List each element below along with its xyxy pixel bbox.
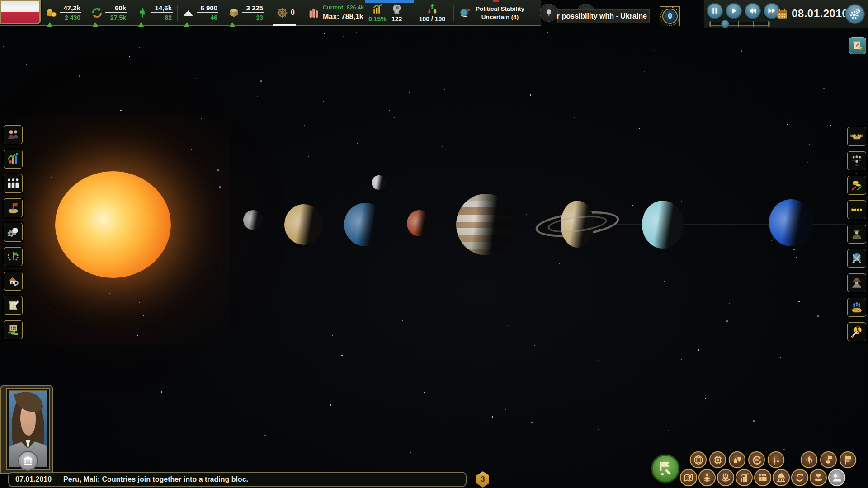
mapmode-globe-grid[interactable] [690, 451, 707, 468]
settings-button[interactable] [845, 4, 865, 24]
game-speed-slider[interactable] [709, 22, 770, 26]
manpower-current: Current: 826,4k [323, 5, 364, 12]
action-points-value: 100 / 100 [419, 15, 445, 23]
sidebar-left-population[interactable] [4, 174, 23, 193]
mapmode-map-location[interactable] [680, 469, 697, 486]
sidebar-left-claim-flag[interactable] [4, 198, 23, 217]
resource-navy[interactable]: 0 [274, 7, 297, 19]
mapmode-twin-swords[interactable] [768, 451, 784, 468]
slider-tick [753, 21, 754, 27]
divider [223, 5, 223, 21]
manpower-group[interactable]: Current: 826,4k Max: 788,1k [307, 5, 364, 21]
selected-indicator [273, 24, 296, 26]
resource-value: 60k [105, 4, 127, 13]
mapmode-trade-ring[interactable] [748, 451, 765, 468]
flag-brush-icon [656, 460, 675, 478]
planet-venus [284, 204, 323, 245]
rewind-icon [748, 6, 757, 15]
mapmode-capitol-dome[interactable] [773, 469, 790, 486]
stability-title: Political Stability [476, 5, 524, 12]
resource-goods[interactable]: 3 225 13 [228, 4, 264, 21]
sidebar-right-army-soldier[interactable] [847, 225, 866, 244]
resource-value: 14,6k [151, 4, 173, 13]
divider [86, 5, 86, 21]
divider [177, 5, 178, 21]
planet-jupiter [456, 194, 516, 255]
pause-button[interactable] [707, 3, 723, 19]
resource-money[interactable]: 47,2k 2 430 [45, 4, 81, 21]
sidebar-left-construction[interactable] [4, 272, 23, 291]
recycle-arrows-icon [91, 7, 103, 19]
research-points-group[interactable]: 122 [391, 3, 403, 23]
sidebar-right-more-dots[interactable] [847, 200, 866, 219]
divider [132, 5, 132, 21]
gold-bars-arrow-icon [372, 3, 383, 15]
resource-change: 2 430 [64, 13, 81, 21]
resource-raw-materials[interactable]: 6 900 46 [182, 4, 218, 21]
resource-recycling[interactable]: 60k 27,5k [91, 4, 127, 21]
mapmode-row-bottom [680, 469, 845, 486]
idea-lightbulb-button[interactable] [540, 4, 558, 22]
news-ticker[interactable]: 07.01.2010 Peru, Mali: Countries join to… [8, 472, 467, 487]
sidebar-right-war-globe[interactable] [847, 249, 866, 268]
mapmode-eye-power[interactable] [717, 469, 734, 486]
country-flag-poland[interactable] [0, 0, 41, 24]
planet-mercury [243, 210, 263, 230]
top-resource-bar: 47,2k 2 430 60k 27,5k 14,6k 82 6 900 46 [0, 0, 541, 26]
play-button[interactable] [726, 3, 742, 19]
sidebar-right-nuclear-missile[interactable] [847, 322, 866, 341]
planet-earth [344, 203, 387, 246]
sidebar-right-deployed-units[interactable] [847, 298, 866, 317]
objectives-button[interactable] [849, 37, 866, 54]
mapmode-people-group[interactable] [754, 469, 771, 486]
slider-tick [738, 21, 739, 27]
sidebar-right-espionage-spy[interactable] [847, 273, 866, 292]
right-sidebar [847, 127, 866, 341]
mapmode-banner-flag[interactable] [840, 451, 856, 468]
sidebar-left-laurel-flag[interactable] [4, 247, 23, 266]
alert-counter-badge[interactable]: 0 [660, 6, 680, 26]
ship-helm-icon [276, 7, 288, 19]
mapmode-chart-growth[interactable] [736, 469, 753, 486]
mapmode-puzzle-pieces[interactable] [729, 451, 745, 468]
mapmode-weather[interactable] [828, 469, 845, 486]
head-silhouette-icon [391, 3, 403, 15]
sidebar-left-ministers[interactable] [4, 125, 23, 144]
sidebar-left-economy-stats[interactable] [4, 150, 23, 169]
mapmode-flag-brush-button[interactable] [651, 455, 679, 483]
action-points-group[interactable]: 100 / 100 [419, 3, 445, 23]
sidebar-left-treasury[interactable] [4, 320, 23, 339]
lightbulb-icon [544, 8, 554, 18]
growth-group[interactable]: 0,15% [368, 3, 387, 23]
mapmode-handshake-heart[interactable] [810, 469, 827, 486]
sidebar-right-trade-coins[interactable] [847, 176, 866, 195]
trend-up-icon [138, 22, 144, 27]
sidebar-left-laws-scroll[interactable] [4, 296, 23, 315]
research-points-value: 122 [392, 15, 402, 23]
solar-system-scene [0, 0, 868, 488]
resource-value: 6 900 [197, 4, 218, 13]
progress-strip-blue [365, 0, 414, 3]
sidebar-left-research-idea[interactable] [4, 223, 23, 242]
planet-saturn [535, 198, 619, 250]
mapmode-cpu-chip[interactable] [709, 451, 726, 468]
raised-hands-icon [307, 6, 321, 19]
political-stability-group[interactable]: Political Stability Uncertain (4) [458, 5, 524, 20]
supply-crate-icon [228, 7, 240, 19]
speed-slider-handle[interactable] [721, 20, 729, 28]
resource-energy[interactable]: 14,6k 82 [137, 4, 173, 21]
trend-up-icon [47, 22, 52, 27]
divider [302, 2, 302, 23]
resource-change: 82 [164, 13, 173, 21]
divider [269, 5, 269, 21]
sidebar-right-diplomacy-handshake[interactable] [847, 127, 866, 146]
mapmode-minerals[interactable] [801, 451, 817, 468]
planet-mars [407, 210, 432, 236]
mapmode-hand-flag[interactable] [820, 451, 837, 468]
sidebar-right-delegates[interactable] [847, 151, 866, 170]
government-bank-badge[interactable] [18, 451, 38, 471]
rewind-button[interactable] [745, 3, 761, 19]
mapmode-rank-chevrons[interactable] [698, 469, 716, 486]
mapmode-exchange-arrows[interactable] [791, 469, 808, 486]
progress-strip-red [493, 0, 499, 2]
